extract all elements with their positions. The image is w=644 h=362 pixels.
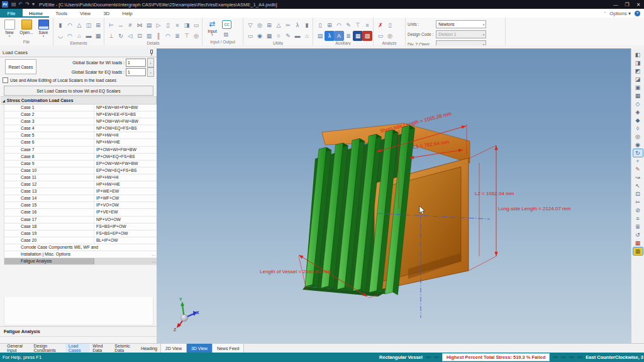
conical-head-icon[interactable]: △ (74, 20, 84, 30)
analyze-review-icon[interactable]: ◎ (385, 31, 395, 41)
zoom-extents-icon[interactable]: ◉ (633, 141, 643, 149)
view-cube-left-icon[interactable]: ◩ (633, 67, 643, 75)
grid-element-icon[interactable]: ⊞ (93, 20, 103, 30)
head-aux-icon[interactable]: ◠ (334, 20, 344, 30)
load-case-row[interactable]: Case 8IP+OW+EQ+FS+BS (4, 154, 157, 161)
input-dropdown-caret-icon[interactable] (211, 33, 213, 36)
iso-view-2-icon[interactable]: ◈ (633, 108, 643, 116)
list-view-icon[interactable]: ≣ (633, 223, 643, 230)
analyze-doc-icon[interactable]: ▭ (375, 31, 386, 41)
save-quick-icon[interactable]: ▤ (11, 1, 16, 7)
load-case-row[interactable]: Case 4NP+OW+EQ+FS+BS (4, 125, 157, 132)
collapse-ribbon-icon[interactable]: ˆ (604, 11, 606, 16)
wi-scalar-input[interactable]: 1 (126, 59, 146, 67)
rotate-model-icon[interactable]: ↻ (633, 149, 643, 157)
measure-icon[interactable]: ✎ (633, 166, 643, 173)
view-tab-3d-view[interactable]: 3D View (187, 344, 213, 353)
help-icon[interactable]: ? (635, 11, 640, 16)
edit-icon[interactable]: ✎ (283, 31, 293, 41)
view-tab-2d-view[interactable]: 2D View (161, 344, 187, 353)
load-case-row[interactable]: Case 13IP+WE+EW (4, 188, 157, 195)
panel-tab-wind-data[interactable]: Wind Data (89, 344, 111, 353)
top-cap-icon[interactable]: ◠ (65, 31, 75, 41)
load-case-row[interactable]: Case 16IP+VE+EW (4, 209, 157, 216)
load-case-row[interactable]: Case 9EP+OW+WI+FW+BW (4, 161, 157, 167)
undo-icon[interactable]: ↶ (19, 1, 23, 7)
stress-plot-icon[interactable]: ▦ (633, 239, 643, 247)
load-case-row[interactable]: Case 18FS+BS+IP+OW (4, 223, 157, 230)
cut-icon[interactable]: ✂ (283, 20, 293, 30)
iso-view-3-icon[interactable]: ◆ (633, 116, 643, 124)
new-button[interactable]: New (2, 18, 17, 37)
a-tool-icon[interactable]: A (334, 31, 344, 41)
local-scalars-checkbox[interactable] (3, 77, 8, 83)
tower-icon[interactable]: ⊤ (353, 20, 363, 30)
load-case-row[interactable]: Case 10EP+OW+EQ+FS+BS (4, 167, 157, 174)
units-select[interactable]: Newtons (436, 20, 486, 28)
walkthrough-icon[interactable]: ↝ (633, 174, 643, 181)
design-code-select[interactable]: Division 1 (436, 30, 486, 38)
circle-utility-icon[interactable]: ○ (274, 31, 284, 41)
funnel-icon[interactable]: ▽ (245, 20, 255, 30)
pdf-export-icon[interactable]: ▨ (362, 31, 372, 41)
cc-tool-icon[interactable]: CC (222, 20, 231, 29)
report-view-icon[interactable]: ≡ (633, 215, 643, 222)
save-dropdown-caret-icon[interactable] (43, 35, 45, 37)
lambda-icon[interactable]: λ (292, 20, 303, 30)
iso-view-4-icon[interactable]: ◊ (633, 125, 643, 132)
reset-cases-button[interactable]: Reset Cases (5, 59, 36, 74)
menu-tab-help[interactable]: Help (116, 9, 138, 18)
load-case-row[interactable]: Case 7IP+OW+WI+FW+BW (4, 147, 157, 154)
hide-icon[interactable]: ⊘ (633, 206, 643, 214)
view-cube-front-icon[interactable]: ◧ (633, 51, 643, 59)
bar-detail-icon[interactable]: ▭ (191, 20, 201, 30)
load-case-row[interactable]: Case 12HP+HW+HE (4, 181, 157, 188)
view-cube-right-icon[interactable]: ◪ (633, 76, 643, 83)
menu-tab-3d[interactable]: 3D (97, 9, 116, 18)
load-case-row[interactable]: Case 3NP+OW+WI+FW+BW (4, 118, 157, 125)
option-row[interactable]: Corrode Case Components WE, WF and (4, 244, 157, 251)
menu-tab-tools[interactable]: Tools (49, 9, 74, 18)
tee-icon[interactable]: ⊤ (182, 31, 192, 41)
load-case-row[interactable]: Case 2NP+EW+EE+FS+BS (4, 111, 157, 118)
mesh-element-icon[interactable]: ▦ (93, 31, 103, 41)
legend-toggle-icon[interactable]: ▦ (633, 247, 643, 255)
zoom-window-icon[interactable]: ◎ (633, 133, 643, 140)
load-case-row[interactable]: Case 11HP+HW+HI (4, 174, 157, 181)
collapse-triangle-icon[interactable]: ◢ (3, 99, 5, 103)
left-cone-icon[interactable]: ◁ (125, 31, 135, 41)
load-case-row[interactable]: Case 5NP+HW+HI (4, 132, 157, 139)
database-icon[interactable]: ▦ (353, 31, 363, 41)
stiffener-ring-icon[interactable]: ▤ (144, 20, 154, 30)
menu-tab-home[interactable]: Home (23, 9, 49, 18)
view-cube-bottom-icon[interactable]: ▦ (633, 92, 643, 99)
customize-quick-access-icon[interactable]: ▾ (32, 1, 35, 7)
baseplate-icon[interactable]: ▬ (84, 31, 94, 41)
options-menu[interactable]: Options ▾ (609, 11, 631, 16)
ring-target-icon[interactable]: ◎ (191, 31, 201, 41)
close-button[interactable]: ✕ (633, 0, 644, 9)
list-detail-icon[interactable]: ≣ (172, 31, 182, 41)
restore-button[interactable]: ❐ (621, 0, 633, 9)
save-button[interactable]: Save (36, 18, 51, 37)
load-case-row[interactable]: Case 19FS+BS+EP+OW (4, 230, 157, 237)
skirt-icon[interactable]: ⌂ (74, 31, 84, 41)
zoom-utility-icon[interactable]: ◎ (255, 20, 265, 30)
stress-combination-header[interactable]: ◢ Stress Combination Load Cases (1, 96, 157, 105)
load-case-row[interactable]: Case 6NP+HW+HE (4, 139, 157, 146)
section-cut-icon[interactable]: ✂ (633, 198, 643, 206)
plate-detail-icon[interactable]: ▯ (163, 20, 173, 30)
shell-utility-icon[interactable]: ▮ (302, 20, 312, 30)
load-case-row[interactable]: Case 14IP+WF+CW (4, 195, 157, 202)
redo-icon[interactable]: ↷ (25, 1, 30, 7)
view-cube-top-icon[interactable]: ▣ (633, 84, 643, 91)
load-case-row[interactable]: Case 15IP+VO+OW (4, 202, 157, 209)
select-box-icon[interactable]: ⊡ (633, 190, 643, 198)
sketch-icon[interactable]: ✎ (343, 20, 353, 30)
plate-utility-icon[interactable]: ▬ (292, 31, 303, 41)
panel-tab-load-cases[interactable]: Load Cases (65, 344, 90, 353)
grating-icon[interactable]: # (125, 20, 135, 30)
view-tab-news-feed[interactable]: News Feed (213, 344, 244, 353)
eq-scalar-spinner[interactable]: › (147, 67, 154, 77)
load-case-row[interactable]: Case 17NP+VO+OW (4, 217, 157, 223)
